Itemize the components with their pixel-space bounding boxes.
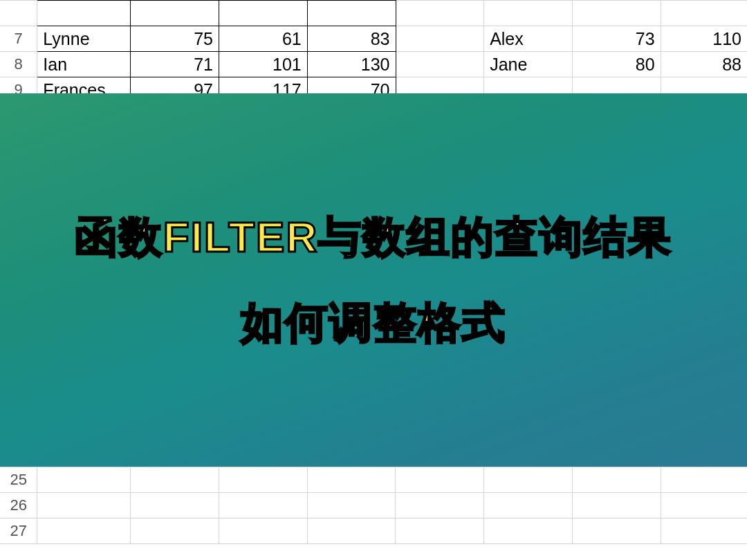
row-number: 25 [0,467,37,493]
cell-empty[interactable] [37,493,131,519]
table-row-partial [0,1,747,26]
cell-empty[interactable] [396,493,484,519]
spreadsheet-top[interactable]: 7 Lynne 75 61 83 Alex 73 110 8 Ian 71 10… [0,0,747,103]
cell-empty[interactable] [484,493,573,519]
cell-name[interactable]: Ian [37,52,131,77]
cell-name[interactable]: Jane [484,52,573,77]
spreadsheet-bottom[interactable]: 25 26 27 [0,467,747,544]
cell-empty[interactable] [572,519,661,544]
cell-empty[interactable] [572,467,661,493]
table-row[interactable]: 8 Ian 71 101 130 Jane 80 88 [0,52,747,77]
row-number: 27 [0,519,37,544]
title-overlay: 函数FILTER与数组的查询结果 如何调整格式 [0,93,747,467]
cell-empty[interactable] [37,467,131,493]
cell-empty[interactable] [396,467,484,493]
cell-empty[interactable] [572,493,661,519]
cell-empty[interactable] [661,519,747,544]
table-row[interactable]: 27 [0,519,747,544]
cell-empty[interactable] [307,467,396,493]
cell-value[interactable]: 61 [219,26,307,52]
cell-empty[interactable] [219,519,307,544]
cell-empty[interactable] [219,467,307,493]
cell-empty[interactable] [396,519,484,544]
row-number: 26 [0,493,37,519]
title-line-1: 函数FILTER与数组的查询结果 [75,208,672,266]
cell-empty[interactable] [37,519,131,544]
cell-value[interactable]: 83 [307,26,396,52]
cell-value[interactable]: 71 [131,52,219,77]
cell-name[interactable]: Alex [484,26,573,52]
cell-value[interactable]: 80 [572,52,661,77]
cell-empty[interactable] [131,519,219,544]
row-number: 7 [0,26,37,52]
cell-name[interactable]: Lynne [37,26,131,52]
cell-empty[interactable] [661,493,747,519]
cell-empty[interactable] [131,467,219,493]
cell-value[interactable]: 88 [661,52,747,77]
row-number: 8 [0,52,37,77]
cell-value[interactable]: 110 [661,26,747,52]
cell-empty[interactable] [484,519,573,544]
table-row[interactable]: 26 [0,493,747,519]
cell-empty[interactable] [131,493,219,519]
cell-value[interactable]: 73 [572,26,661,52]
cell-value[interactable]: 130 [307,52,396,77]
cell-empty[interactable] [484,467,573,493]
cell-empty[interactable] [661,467,747,493]
cell-empty[interactable] [307,519,396,544]
table-row[interactable]: 7 Lynne 75 61 83 Alex 73 110 [0,26,747,52]
table-row[interactable]: 25 [0,467,747,493]
title-line-2: 如何调整格式 [241,294,506,352]
cell-empty[interactable] [396,26,484,52]
cell-value[interactable]: 101 [219,52,307,77]
cell-empty[interactable] [219,493,307,519]
cell-empty[interactable] [396,52,484,77]
cell-value[interactable]: 75 [131,26,219,52]
cell-empty[interactable] [307,493,396,519]
